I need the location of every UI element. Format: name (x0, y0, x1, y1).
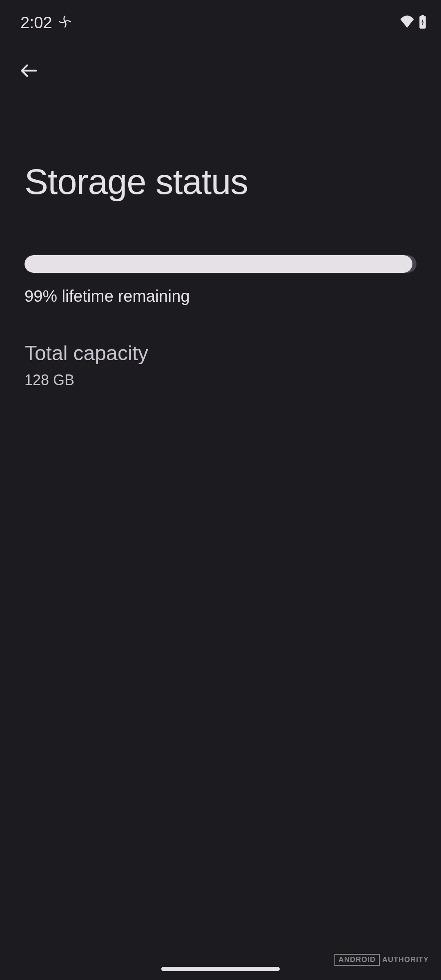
battery-charging-icon (419, 15, 427, 30)
watermark-text: AUTHORITY (382, 956, 429, 964)
back-button[interactable] (16, 59, 41, 84)
watermark: ANDROID AUTHORITY (334, 954, 429, 966)
capacity-label: Total capacity (24, 341, 416, 365)
watermark-box: ANDROID (334, 954, 380, 966)
progress-bar (24, 255, 416, 273)
navigation-bar-handle[interactable] (161, 967, 280, 971)
pinwheel-icon (58, 15, 71, 30)
status-bar-left: 2:02 (20, 13, 71, 32)
arrow-back-icon (20, 62, 38, 81)
status-bar: 2:02 (0, 0, 441, 37)
progress-label: 99% lifetime remaining (24, 287, 416, 305)
storage-lifetime-section: 99% lifetime remaining (0, 202, 441, 305)
capacity-value: 128 GB (24, 372, 416, 389)
app-bar (0, 37, 441, 84)
progress-bar-fill (24, 255, 412, 273)
status-time: 2:02 (20, 13, 52, 32)
page-title: Storage status (0, 84, 441, 202)
total-capacity-section: Total capacity 128 GB (0, 305, 441, 389)
status-bar-right (400, 15, 427, 30)
wifi-icon (400, 16, 414, 29)
svg-rect-0 (421, 15, 424, 16)
